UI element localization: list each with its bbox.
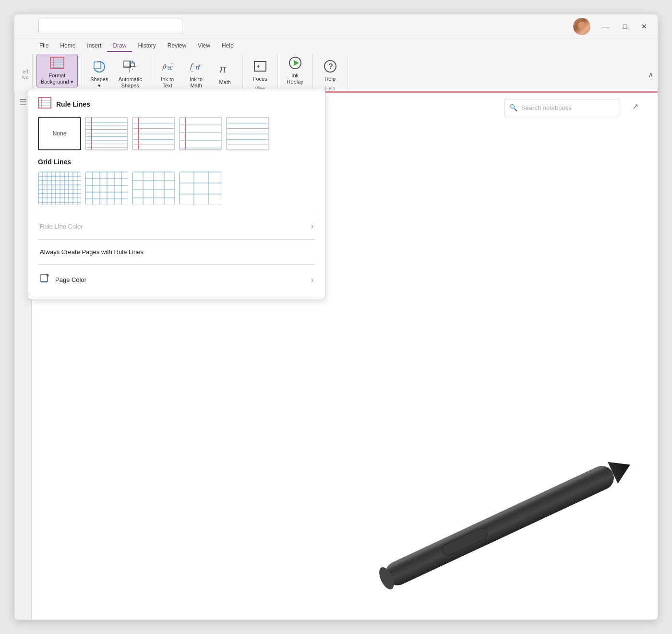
svg-marker-24 bbox=[294, 60, 299, 66]
expand-search-button[interactable]: ↗ bbox=[632, 102, 638, 111]
tab-history[interactable]: History bbox=[132, 40, 161, 52]
automatic-shapes-icon bbox=[123, 60, 137, 75]
rule-none-label: None bbox=[53, 130, 67, 137]
svg-rect-104 bbox=[180, 172, 222, 205]
page-color-arrow: › bbox=[311, 276, 313, 284]
page-color-icon bbox=[40, 273, 50, 286]
tab-file[interactable]: File bbox=[34, 40, 54, 52]
tab-home[interactable]: Home bbox=[54, 40, 81, 52]
svg-marker-28 bbox=[608, 454, 635, 484]
grid-option-large[interactable] bbox=[132, 171, 175, 205]
grid-lines-label: Grid Lines bbox=[38, 158, 71, 166]
rule-line-color-item[interactable]: Rule Line Color › bbox=[38, 217, 315, 235]
svg-rect-84 bbox=[85, 172, 128, 205]
svg-rect-30 bbox=[382, 462, 610, 571]
minimize-button[interactable]: — bbox=[598, 19, 613, 34]
rule-line-color-label: Rule Line Color bbox=[40, 223, 83, 230]
page-color-item[interactable]: Page Color › bbox=[38, 268, 315, 291]
ink-to-math-button[interactable]: → π x÷ Ink toMath bbox=[183, 58, 210, 91]
rule-lines-icon bbox=[38, 97, 51, 111]
rule-option-none[interactable]: None bbox=[38, 117, 81, 150]
ribbon-tabs: File Home Insert Draw History Review Vie… bbox=[14, 40, 658, 52]
sidebar-menu-icon[interactable]: ☰ bbox=[19, 97, 27, 108]
page-color-left: Page Color bbox=[40, 273, 86, 286]
stylus-area bbox=[322, 379, 658, 620]
ink-to-text-icon: a bbox=[160, 60, 175, 75]
automatic-shapes-button[interactable]: AutomaticShapes bbox=[115, 58, 146, 91]
divider-3 bbox=[38, 264, 315, 265]
ink-replay-label: InkReplay bbox=[287, 73, 303, 85]
svg-rect-0 bbox=[50, 57, 64, 69]
tab-view[interactable]: View bbox=[192, 40, 216, 52]
ink-to-math-label: Ink toMath bbox=[190, 76, 203, 89]
grid-option-small[interactable] bbox=[38, 171, 81, 205]
math-icon: π bbox=[218, 63, 232, 78]
divider-1 bbox=[38, 213, 315, 213]
svg-rect-7 bbox=[94, 62, 101, 69]
svg-rect-66 bbox=[38, 172, 81, 205]
math-label: Math bbox=[219, 79, 230, 85]
always-create-item[interactable]: Always Create Pages with Rule Lines bbox=[38, 244, 315, 260]
focus-button[interactable]: Focus bbox=[247, 58, 274, 84]
svg-point-14 bbox=[132, 61, 133, 62]
rule-lines-section: Rule Lines bbox=[38, 97, 315, 111]
grid-line-options bbox=[38, 171, 315, 205]
ink-to-text-label: Ink toText bbox=[161, 76, 174, 89]
focus-icon bbox=[252, 60, 268, 75]
tab-draw[interactable]: Draw bbox=[107, 40, 132, 52]
svg-rect-111 bbox=[41, 281, 48, 282]
tab-insert[interactable]: Insert bbox=[81, 40, 107, 52]
collapse-ribbon-button[interactable]: ∧ bbox=[648, 70, 654, 79]
rule-lines-label: Rule Lines bbox=[56, 100, 90, 108]
grid-lines-title: Grid Lines bbox=[38, 158, 315, 166]
svg-rect-22 bbox=[254, 61, 266, 71]
window-controls: — □ ✕ bbox=[573, 18, 652, 35]
svg-text:a: a bbox=[168, 63, 171, 71]
rule-option-wide[interactable] bbox=[179, 117, 222, 150]
rule-option-narrow[interactable] bbox=[85, 117, 128, 150]
svg-rect-27 bbox=[382, 462, 618, 589]
svg-text:x÷: x÷ bbox=[198, 63, 203, 68]
maximize-button[interactable]: □ bbox=[617, 19, 633, 34]
ink-to-text-button[interactable]: a Ink toText bbox=[154, 58, 181, 91]
help-group-label: Help bbox=[325, 86, 335, 91]
tab-review[interactable]: Review bbox=[162, 40, 192, 52]
shapes-label: Shapes▾ bbox=[90, 76, 108, 89]
svg-rect-54 bbox=[180, 118, 221, 149]
search-icon: 🔍 bbox=[509, 104, 517, 111]
always-create-label: Always Create Pages with Rule Lines bbox=[40, 248, 144, 256]
focus-label: Focus bbox=[253, 76, 267, 82]
rule-option-medium[interactable] bbox=[132, 117, 175, 150]
rule-line-options: None bbox=[38, 117, 315, 150]
search-notebooks-bar[interactable]: 🔍 Search notebooks bbox=[504, 99, 619, 116]
grid-lines-section: Grid Lines bbox=[38, 158, 315, 205]
close-button[interactable]: ✕ bbox=[636, 19, 652, 34]
ink-to-math-icon: → π x÷ bbox=[189, 60, 204, 75]
format-background-icon bbox=[49, 56, 65, 72]
svg-rect-95 bbox=[132, 172, 175, 205]
ink-replay-button[interactable]: InkReplay bbox=[282, 54, 309, 87]
math-button[interactable]: π Math bbox=[212, 61, 239, 87]
grid-option-xlarge[interactable] bbox=[179, 171, 222, 205]
ink-replay-icon bbox=[288, 56, 303, 72]
format-background-dropdown: Rule Lines None bbox=[28, 89, 325, 299]
tab-help[interactable]: Help bbox=[216, 40, 240, 52]
automatic-shapes-label: AutomaticShapes bbox=[119, 76, 142, 89]
search-notebooks-placeholder: Search notebooks bbox=[521, 104, 572, 111]
grid-option-medium[interactable] bbox=[85, 171, 128, 205]
format-background-button[interactable]: FormatBackground ▾ bbox=[36, 54, 78, 87]
title-bar: — □ ✕ bbox=[14, 14, 658, 38]
rule-option-college[interactable] bbox=[226, 117, 269, 150]
help-icon: ? bbox=[323, 60, 338, 75]
top-search-bar[interactable] bbox=[38, 19, 182, 34]
format-background-label: FormatBackground ▾ bbox=[41, 73, 73, 85]
avatar[interactable] bbox=[573, 18, 590, 35]
stylus-image bbox=[343, 397, 658, 620]
help-button[interactable]: ? Help bbox=[317, 58, 344, 84]
shapes-button[interactable]: Shapes▾ bbox=[86, 58, 113, 91]
page-color-label: Page Color bbox=[55, 276, 86, 283]
rule-line-color-arrow: › bbox=[311, 222, 313, 231]
svg-rect-29 bbox=[441, 526, 489, 557]
svg-text:?: ? bbox=[328, 62, 333, 71]
divider-2 bbox=[38, 239, 315, 240]
